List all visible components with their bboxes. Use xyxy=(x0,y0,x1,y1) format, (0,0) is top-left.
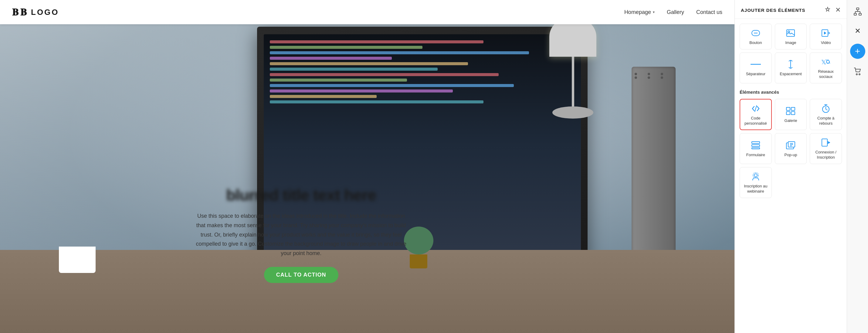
speaker-hole xyxy=(661,76,663,79)
element-card-galerie[interactable]: Galerie xyxy=(775,99,807,130)
svg-text:𝕏: 𝕏 xyxy=(821,59,826,66)
cart-icon-button[interactable] xyxy=(851,65,864,78)
connexion-label: Connexion / Inscription xyxy=(812,150,839,160)
add-element-button[interactable]: + xyxy=(850,44,865,59)
element-card-separateur[interactable]: Séparateur xyxy=(740,53,772,84)
site-logo: 𝐁 𝐁 LOGO xyxy=(12,7,59,17)
nav-contact-label: Contact us xyxy=(696,9,722,15)
gallery-icon xyxy=(786,107,795,115)
reseaux-label: Réseaux sociaux xyxy=(812,69,839,79)
webinar-icon xyxy=(751,172,760,181)
advanced-section-title: Éléments avancés xyxy=(740,90,842,95)
popup-label: Pop-up xyxy=(784,153,797,158)
video-icon xyxy=(822,29,830,37)
logo-icon: 𝐁 𝐁 xyxy=(12,7,28,17)
hero-description: Use this space to elaborate on the ideas… xyxy=(195,211,407,258)
formulaire-label: Formulaire xyxy=(746,153,765,158)
element-card-reseaux[interactable]: 𝕏 Réseaux sociaux xyxy=(810,53,842,84)
video-label: Vidéo xyxy=(821,40,831,45)
compte-label: Compte à rebours xyxy=(812,116,839,126)
hero-title: blurred title text here xyxy=(24,186,578,204)
svg-rect-18 xyxy=(752,148,760,149)
advanced-elements-grid: Code personnalisé Galerie xyxy=(740,99,842,198)
svg-rect-16 xyxy=(752,142,760,143)
code-lines xyxy=(264,34,581,109)
nav-homepage[interactable]: Homepage ▾ xyxy=(624,9,655,15)
svg-rect-13 xyxy=(786,111,790,114)
lamp-base xyxy=(552,106,594,119)
code-label: Code personnalisé xyxy=(743,116,769,126)
element-card-formulaire[interactable]: Formulaire xyxy=(740,133,772,164)
nav-homepage-label: Homepage xyxy=(624,9,651,15)
panel-header: AJOUTER DES ÉLÉMENTS ✕ xyxy=(735,0,847,19)
code-icon xyxy=(751,104,760,113)
close-toolbar-button[interactable]: ✕ xyxy=(851,24,864,38)
hero-text-area: blurred title text here Use this space t… xyxy=(0,186,602,283)
spacing-icon xyxy=(787,60,794,69)
logo-b-left: 𝐁 xyxy=(12,7,20,17)
bouton-label: Bouton xyxy=(749,40,762,45)
element-card-espacement[interactable]: Espacement xyxy=(775,53,807,84)
close-panel-icon[interactable]: ✕ xyxy=(835,6,841,14)
site-nav: 𝐁 𝐁 LOGO Homepage ▾ Gallery Contact us xyxy=(0,0,735,24)
pin-icon[interactable] xyxy=(825,7,830,14)
svg-point-36 xyxy=(859,74,860,75)
panel-title: AJOUTER DES ÉLÉMENTS xyxy=(741,8,805,13)
svg-rect-30 xyxy=(859,13,861,15)
svg-rect-12 xyxy=(791,107,795,110)
speaker-hole xyxy=(634,76,637,79)
nav-gallery[interactable]: Gallery xyxy=(667,9,684,15)
svg-line-10 xyxy=(755,105,756,111)
svg-point-35 xyxy=(856,74,857,75)
nav-gallery-label: Gallery xyxy=(667,9,684,15)
element-card-bouton[interactable]: Bouton xyxy=(740,24,772,49)
element-card-popup[interactable]: Pop-up xyxy=(775,133,807,164)
logo-text: LOGO xyxy=(31,8,59,17)
svg-rect-24 xyxy=(822,139,827,146)
button-icon xyxy=(751,29,760,37)
element-card-compte[interactable]: Compte à rebours xyxy=(810,99,842,130)
login-icon xyxy=(822,138,830,147)
element-card-video[interactable]: Vidéo xyxy=(810,24,842,49)
element-card-webinaire[interactable]: Inscription au webinaire xyxy=(740,167,772,198)
speaker-hole xyxy=(634,73,637,75)
lamp-neck xyxy=(572,57,574,107)
add-elements-panel: AJOUTER DES ÉLÉMENTS ✕ xyxy=(735,0,847,333)
nav-links: Homepage ▾ Gallery Contact us xyxy=(624,9,722,15)
svg-marker-5 xyxy=(824,32,827,35)
svg-point-27 xyxy=(753,173,758,178)
social-icon: 𝕏 xyxy=(821,58,830,66)
panel-content: Bouton Image xyxy=(735,19,847,333)
speaker-shape xyxy=(631,67,676,267)
lamp-shape xyxy=(544,17,602,116)
svg-rect-17 xyxy=(752,145,760,146)
separator-icon xyxy=(750,60,761,69)
speaker-hole xyxy=(661,73,663,75)
logo-b-right: 𝐁 xyxy=(20,7,28,17)
website-preview: 𝐁 𝐁 LOGO Homepage ▾ Gallery Contact us xyxy=(0,0,735,333)
image-icon xyxy=(786,29,795,37)
element-card-code[interactable]: Code personnalisé xyxy=(740,99,772,130)
element-card-connexion[interactable]: Connexion / Inscription xyxy=(810,133,842,164)
espacement-label: Espacement xyxy=(780,72,802,77)
svg-rect-11 xyxy=(786,107,790,110)
sitemap-icon-button[interactable] xyxy=(851,5,864,18)
image-label: Image xyxy=(785,40,796,45)
galerie-label: Galerie xyxy=(784,118,797,124)
popup-icon xyxy=(786,141,795,149)
chevron-down-icon: ▾ xyxy=(653,10,655,14)
speaker-hole xyxy=(648,76,650,79)
element-card-image[interactable]: Image xyxy=(775,24,807,49)
speaker-hole xyxy=(648,73,650,75)
svg-point-26 xyxy=(754,174,757,177)
cta-button[interactable]: CALL TO ACTION xyxy=(264,267,338,283)
separateur-label: Séparateur xyxy=(746,72,766,77)
far-right-toolbar: ✕ + xyxy=(847,0,868,333)
svg-rect-29 xyxy=(854,13,857,15)
timer-icon xyxy=(822,104,830,113)
svg-rect-28 xyxy=(857,8,859,10)
svg-rect-14 xyxy=(791,111,795,114)
form-icon xyxy=(751,141,760,149)
panel-header-actions: ✕ xyxy=(825,6,841,14)
nav-contact[interactable]: Contact us xyxy=(696,9,722,15)
